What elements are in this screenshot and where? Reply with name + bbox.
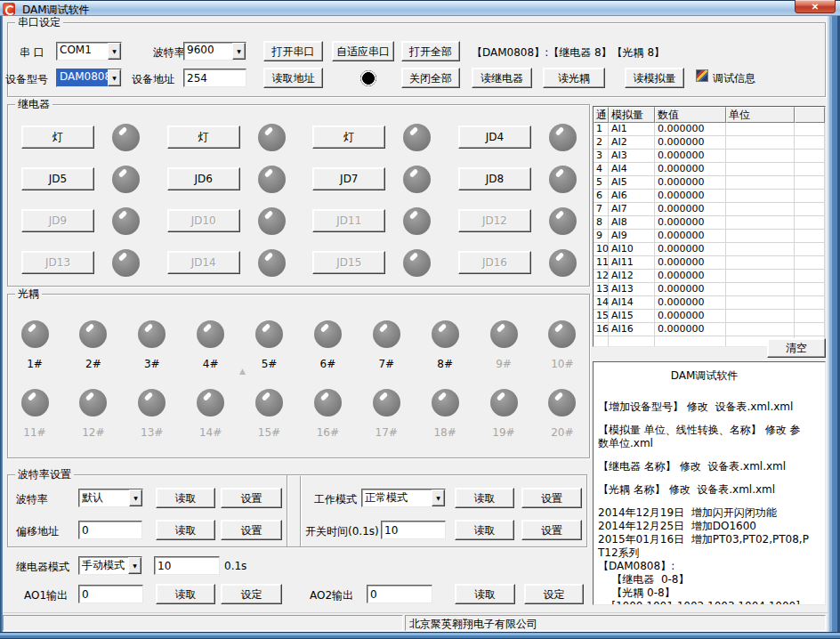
serial-port-select[interactable]: COM1 ▼ xyxy=(56,42,122,61)
opto-led-16 xyxy=(314,389,342,417)
table-row: 16AI160.000000 xyxy=(594,323,825,336)
chevron-down-icon[interactable]: ▼ xyxy=(108,69,121,86)
relay-button-13[interactable]: JD13 xyxy=(21,251,94,274)
device-model-select[interactable]: DAM0808 ▼ xyxy=(56,69,122,87)
opto-label-20: 20# xyxy=(551,426,573,439)
chevron-down-icon[interactable]: ▼ xyxy=(232,43,246,60)
read-addr-button[interactable]: 读取地址 xyxy=(263,68,323,88)
opto-label-14: 14# xyxy=(199,426,222,439)
table-header-cell[interactable]: 模拟量 xyxy=(609,107,655,123)
chevron-down-icon[interactable]: ▼ xyxy=(128,557,141,574)
ao2-read-button[interactable]: 读取 xyxy=(455,584,515,604)
relay-button-9[interactable]: JD9 xyxy=(21,209,94,232)
relay-mode-select[interactable]: 手动模式 ▼ xyxy=(78,556,142,575)
ao2-label: AO2输出 xyxy=(310,588,353,603)
opto-led-11 xyxy=(21,389,49,417)
switchtime-read-button[interactable]: 读取 xyxy=(455,520,514,540)
read-analog-button[interactable]: 读模拟量 xyxy=(625,68,684,88)
relay-button-5[interactable]: JD5 xyxy=(21,167,94,190)
relay-led-14 xyxy=(258,249,286,277)
info-textbox[interactable]: DAM调试软件【增加设备型号】 修改 设备表.xml.xml【模拟量 单位、线性… xyxy=(593,361,826,605)
scroll-up-icon[interactable]: ▲ xyxy=(239,367,246,376)
workmode-set-button[interactable]: 设置 xyxy=(521,488,582,508)
switchtime-set-button[interactable]: 设置 xyxy=(521,520,582,540)
table-row: 11AI110.000000 xyxy=(594,256,825,270)
relay-time-input[interactable] xyxy=(154,556,220,575)
table-cell xyxy=(726,216,795,230)
baud-set-label: 波特率 xyxy=(16,492,48,507)
table-cell: 0.000000 xyxy=(655,203,726,216)
opto-label-12: 12# xyxy=(82,426,104,439)
table-row: 7AI70.000000 xyxy=(594,203,825,216)
relay-button-4[interactable]: JD4 xyxy=(458,125,531,149)
table-cell: 0.000000 xyxy=(655,270,726,283)
workmode-read-button[interactable]: 读取 xyxy=(455,488,514,508)
relay-button-6[interactable]: JD6 xyxy=(167,167,240,190)
opto-item-8: 8# xyxy=(429,320,461,370)
relay-cell: 灯 xyxy=(312,123,432,151)
opto-item-15: 15# xyxy=(254,389,286,439)
close-all-button[interactable]: 关闭全部 xyxy=(401,68,460,88)
close-button[interactable]: ✕ xyxy=(795,0,836,13)
offset-set-button[interactable]: 设置 xyxy=(221,520,282,540)
offset-addr-input[interactable] xyxy=(78,521,142,539)
baud-read-button[interactable]: 读取 xyxy=(156,488,215,508)
device-addr-input[interactable] xyxy=(183,69,246,87)
baud-set-button[interactable]: 设置 xyxy=(221,488,282,508)
ao2-set-button[interactable]: 设定 xyxy=(524,584,584,604)
relay-button-16[interactable]: JD16 xyxy=(458,251,531,274)
info-line: 【继电器 名称】 修改 设备表.xml.xml xyxy=(598,460,811,473)
relay-button-7[interactable]: JD7 xyxy=(312,167,385,190)
table-cell xyxy=(726,190,795,203)
relay-cell: JD14 xyxy=(167,248,287,277)
table-cell: 11 xyxy=(594,256,609,270)
relay-button-1[interactable]: 灯 xyxy=(21,125,94,149)
ao1-read-button[interactable]: 读取 xyxy=(156,584,215,604)
window-border-right xyxy=(828,16,840,639)
chevron-down-icon[interactable]: ▼ xyxy=(129,489,142,506)
clear-button[interactable]: 清空 xyxy=(767,338,826,358)
analog-table[interactable]: 通模拟量数值单位 1AI10.0000002AI20.0000003AI30.0… xyxy=(593,106,826,347)
table-cell: AI5 xyxy=(609,176,655,190)
work-mode-select[interactable]: 正常模式 ▼ xyxy=(361,489,446,507)
open-port-button[interactable]: 打开串口 xyxy=(263,41,323,61)
opto-item-3: 3# xyxy=(136,320,168,370)
relay-button-11[interactable]: JD11 xyxy=(312,209,385,232)
ao1-input[interactable] xyxy=(78,585,143,603)
auto-port-button[interactable]: 自适应串口 xyxy=(332,41,394,61)
table-header-cell[interactable]: 数值 xyxy=(655,107,726,123)
chevron-down-icon[interactable]: ▼ xyxy=(432,489,445,506)
opto-led-12 xyxy=(79,389,107,417)
debug-info-icon[interactable] xyxy=(696,69,708,82)
relay-button-14[interactable]: JD14 xyxy=(167,251,240,274)
ao1-set-button[interactable]: 设定 xyxy=(221,584,282,604)
ao2-input[interactable] xyxy=(367,585,432,603)
baud-rate-select[interactable]: 9600 ▼ xyxy=(183,42,246,61)
opto-item-10: 10# xyxy=(546,320,578,370)
relay-button-8[interactable]: JD8 xyxy=(458,167,531,190)
table-header-cell[interactable]: 通 xyxy=(594,107,609,123)
relay-button-10[interactable]: JD10 xyxy=(167,209,240,232)
table-cell: AI8 xyxy=(609,216,655,230)
baud-set-select[interactable]: 默认 ▼ xyxy=(78,489,143,507)
open-all-button[interactable]: 打开全部 xyxy=(401,41,460,61)
info-line: 【模拟量 单位、线性转换、名称】 修改 参数单位.xml xyxy=(598,424,811,450)
relay-button-15[interactable]: JD15 xyxy=(312,251,385,274)
table-cell: AI9 xyxy=(609,230,655,243)
chevron-down-icon[interactable]: ▼ xyxy=(108,43,121,60)
opto-led-19 xyxy=(490,389,518,417)
read-opto-button[interactable]: 读光耦 xyxy=(543,68,605,88)
baud-rate-value: 9600 xyxy=(184,43,232,60)
port-status-led xyxy=(360,70,376,86)
table-cell: 16 xyxy=(594,323,609,336)
relay-button-3[interactable]: 灯 xyxy=(312,125,385,149)
relay-button-2[interactable]: 灯 xyxy=(167,125,240,149)
switch-time-input[interactable] xyxy=(381,521,446,539)
relay-button-12[interactable]: JD12 xyxy=(458,209,531,232)
table-cell-filler xyxy=(795,150,825,163)
table-cell xyxy=(726,296,795,310)
debug-info-label: 调试信息 xyxy=(713,71,755,86)
offset-read-button[interactable]: 读取 xyxy=(156,520,215,540)
table-header-cell[interactable]: 单位 xyxy=(726,107,795,123)
read-relay-button[interactable]: 读继电器 xyxy=(472,68,532,88)
